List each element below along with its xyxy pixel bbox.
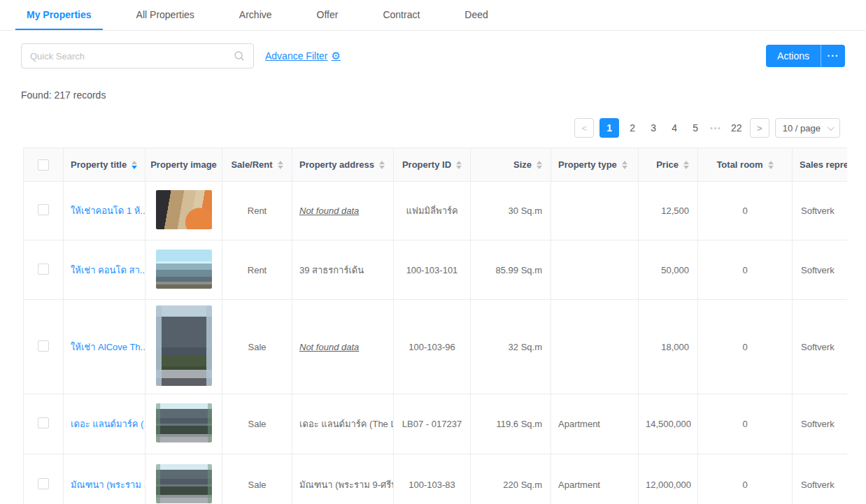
- price-cell: 50,000: [639, 240, 698, 300]
- price-cell: 12,500: [639, 182, 698, 240]
- toolbar: Advance Filter ⚙ Actions ···: [21, 43, 845, 69]
- sort-icon: [768, 161, 774, 169]
- column-label: Property ID: [402, 159, 451, 170]
- price-cell: 14,500,000: [639, 394, 698, 454]
- row-checkbox[interactable]: [38, 340, 49, 352]
- records-count: Found: 217 records: [21, 89, 866, 101]
- column-header-sale-rent[interactable]: Sale/Rent: [222, 148, 292, 182]
- select-all-header: [24, 148, 64, 182]
- property-type-cell: [551, 182, 639, 240]
- column-header-property-id[interactable]: Property ID: [394, 148, 471, 182]
- pagination-page-3[interactable]: 3: [646, 118, 661, 138]
- pagination-next-button[interactable]: >: [750, 118, 769, 138]
- chevron-right-icon: >: [757, 123, 762, 134]
- row-checkbox[interactable]: [38, 417, 49, 429]
- search-input-wrapper: [21, 43, 254, 69]
- sales-rep-cell: Softverk: [793, 454, 848, 504]
- tab-archive[interactable]: Archive: [228, 0, 283, 30]
- sort-icon: [278, 161, 283, 169]
- page-size-value: 10 / page: [783, 123, 821, 134]
- actions-button[interactable]: Actions: [766, 45, 821, 67]
- sale-rent-cell: Rent: [222, 182, 292, 240]
- advance-filter-label: Advance Filter: [265, 50, 327, 62]
- property-id-cell: LB07 - 017237: [394, 394, 471, 454]
- sales-rep-cell: Softverk: [793, 240, 848, 300]
- select-all-checkbox[interactable]: [38, 159, 49, 171]
- property-type-cell: Apartment: [551, 394, 639, 454]
- pagination-page-5[interactable]: 5: [688, 118, 703, 138]
- tab-all-properties[interactable]: All Properties: [125, 0, 206, 30]
- gear-icon: ⚙: [331, 50, 340, 62]
- property-id-cell: 100-103-96: [394, 300, 471, 394]
- properties-table-wrapper: Property title Property image Sale/Rent …: [23, 147, 847, 504]
- actions-more-button[interactable]: ···: [821, 45, 845, 67]
- search-input[interactable]: [30, 51, 234, 62]
- table-row: ให้เช่า คอนโด สา... Rent 39 สาธรการ์เด้น…: [24, 240, 848, 300]
- property-photo: [156, 190, 212, 229]
- column-label: Property address: [299, 159, 374, 170]
- property-title-link[interactable]: ให้เช่าคอนโด 1 ห้...: [71, 206, 145, 216]
- property-title-link[interactable]: มัณฑนา (พระราม ...: [71, 480, 145, 490]
- column-header-property-type[interactable]: Property type: [551, 148, 639, 182]
- column-label: Property title: [71, 159, 127, 170]
- ellipsis-icon: ···: [828, 50, 839, 62]
- column-header-sales-representative[interactable]: Sales representative: [793, 148, 848, 182]
- pagination: < 1 2 3 4 5 ••• 22 > 10 / page: [0, 118, 840, 138]
- pagination-prev-button[interactable]: <: [574, 118, 594, 138]
- sort-icon: [379, 161, 385, 169]
- price-cell: 12,000,000: [639, 454, 698, 504]
- address-cell: มัณฑนา (พระราม 9-ศรีน...: [292, 454, 394, 504]
- property-photo: [156, 305, 212, 386]
- property-title-link[interactable]: เดอะ แลนด์มาร์ค (...: [71, 419, 145, 429]
- row-checkbox[interactable]: [38, 478, 49, 489]
- sort-icon: [132, 161, 137, 169]
- column-label: Sales representative: [800, 159, 847, 170]
- chevron-left-icon: <: [581, 123, 587, 134]
- sort-icon: [537, 161, 542, 169]
- total-room-cell: 0: [698, 300, 793, 394]
- sales-rep-cell: Softverk: [793, 182, 848, 240]
- column-header-property-title[interactable]: Property title: [64, 148, 145, 182]
- address-cell: เดอะ แลนด์มาร์ค (The L...: [292, 394, 394, 454]
- tab-contract[interactable]: Contract: [371, 0, 431, 30]
- tab-offer[interactable]: Offer: [306, 0, 350, 30]
- sale-rent-cell: Rent: [222, 240, 292, 300]
- column-header-total-room[interactable]: Total room: [698, 148, 793, 182]
- column-label: Sale/Rent: [231, 159, 272, 170]
- property-photo: [156, 250, 212, 289]
- size-cell: 220 Sq.m: [471, 454, 551, 504]
- size-cell: 30 Sq.m: [471, 182, 551, 240]
- row-checkbox[interactable]: [38, 204, 49, 215]
- property-title-link[interactable]: ให้เช่า คอนโด สา...: [71, 265, 145, 275]
- advance-filter-link[interactable]: Advance Filter ⚙: [265, 50, 341, 62]
- column-header-size[interactable]: Size: [471, 148, 551, 182]
- property-type-cell: [551, 300, 639, 394]
- property-id-cell: แฟมมิลี่พาร์ค: [394, 182, 471, 240]
- pagination-ellipsis[interactable]: •••: [709, 124, 723, 132]
- property-id-cell: 100-103-83: [394, 454, 471, 504]
- sales-rep-cell: Softverk: [793, 394, 848, 454]
- size-cell: 85.99 Sq.m: [471, 240, 551, 300]
- table-row: ให้เช่าคอนโด 1 ห้... Rent Not found data…: [24, 182, 848, 240]
- pagination-page-22[interactable]: 22: [729, 118, 744, 138]
- pagination-page-1[interactable]: 1: [599, 118, 619, 138]
- pagination-page-4[interactable]: 4: [667, 118, 682, 138]
- size-cell: 32 Sq.m: [471, 300, 551, 394]
- table-row: มัณฑนา (พระราม ... Sale มัณฑนา (พระราม 9…: [24, 454, 848, 504]
- sort-icon: [456, 161, 462, 169]
- properties-table: Property title Property image Sale/Rent …: [23, 147, 847, 504]
- column-header-property-address[interactable]: Property address: [292, 148, 394, 182]
- tab-deed[interactable]: Deed: [453, 0, 499, 30]
- tab-my-properties[interactable]: My Properties: [15, 0, 103, 30]
- page-size-select[interactable]: 10 / page: [775, 118, 840, 138]
- pagination-page-2[interactable]: 2: [625, 118, 640, 138]
- table-row: ให้เช่า AlCove Th... Sale Not found data…: [24, 300, 848, 394]
- column-header-price[interactable]: Price: [639, 148, 698, 182]
- sale-rent-cell: Sale: [222, 454, 292, 504]
- sale-rent-cell: Sale: [222, 394, 292, 454]
- table-row: เดอะ แลนด์มาร์ค (... Sale เดอะ แลนด์มาร์…: [24, 394, 848, 454]
- row-checkbox[interactable]: [38, 264, 49, 275]
- total-room-cell: 0: [698, 454, 793, 504]
- property-title-link[interactable]: ให้เช่า AlCove Th...: [71, 342, 145, 352]
- column-label: Property image: [150, 159, 217, 170]
